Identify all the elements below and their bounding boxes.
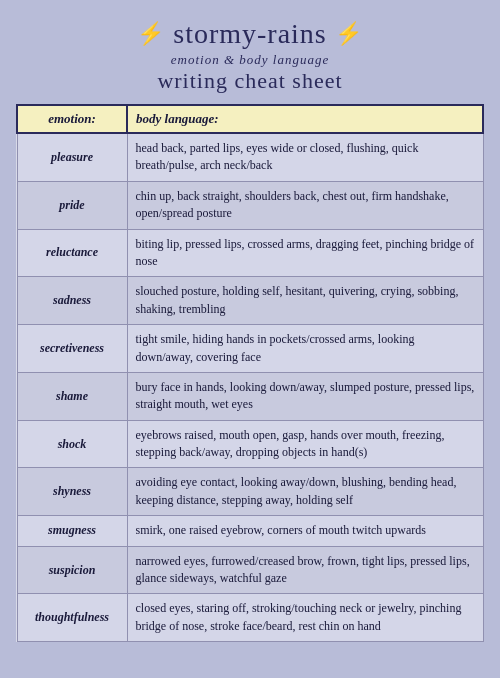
emotion-cell: shyness <box>17 468 127 516</box>
table-row: secretivenesstight smile, hiding hands i… <box>17 325 483 373</box>
body-language-cell: chin up, back straight, shoulders back, … <box>127 181 483 229</box>
header: ⚡ stormy-rains ⚡ emotion & body language… <box>16 10 484 104</box>
table-row: shamebury face in hands, looking down/aw… <box>17 372 483 420</box>
body-language-cell: tight smile, hiding hands in pockets/cro… <box>127 325 483 373</box>
subtitle2: writing cheat sheet <box>16 68 484 94</box>
body-language-header: body language: <box>127 105 483 133</box>
lightning-left-icon: ⚡ <box>137 21 165 47</box>
table-row: reluctancebiting lip, pressed lips, cros… <box>17 229 483 277</box>
emotion-cell: shame <box>17 372 127 420</box>
emotion-cell: pride <box>17 181 127 229</box>
lightning-right-icon: ⚡ <box>335 21 363 47</box>
table-header-row: emotion: body language: <box>17 105 483 133</box>
emotion-cell: shock <box>17 420 127 468</box>
table-row: pleasurehead back, parted lips, eyes wid… <box>17 133 483 181</box>
emotion-cell: thoughtfulness <box>17 594 127 642</box>
emotion-cell: secretiveness <box>17 325 127 373</box>
emotion-cell: smugness <box>17 516 127 546</box>
body-language-cell: narrowed eyes, furrowed/creased brow, fr… <box>127 546 483 594</box>
table-row: smugnesssmirk, one raised eyebrow, corne… <box>17 516 483 546</box>
emotion-cell: pleasure <box>17 133 127 181</box>
emotion-cell: suspicion <box>17 546 127 594</box>
body-language-cell: bury face in hands, looking down/away, s… <box>127 372 483 420</box>
table-row: thoughtfulnessclosed eyes, staring off, … <box>17 594 483 642</box>
body-language-cell: closed eyes, staring off, stroking/touch… <box>127 594 483 642</box>
table-row: shynessavoiding eye contact, looking awa… <box>17 468 483 516</box>
cheat-sheet-table: emotion: body language: pleasurehead bac… <box>16 104 484 642</box>
emotion-cell: reluctance <box>17 229 127 277</box>
table-row: shockeyebrows raised, mouth open, gasp, … <box>17 420 483 468</box>
body-language-cell: eyebrows raised, mouth open, gasp, hands… <box>127 420 483 468</box>
subtitle1: emotion & body language <box>16 52 484 68</box>
main-title: ⚡ stormy-rains ⚡ <box>16 18 484 50</box>
table-row: pridechin up, back straight, shoulders b… <box>17 181 483 229</box>
emotion-header: emotion: <box>17 105 127 133</box>
body-language-cell: avoiding eye contact, looking away/down,… <box>127 468 483 516</box>
emotion-cell: sadness <box>17 277 127 325</box>
body-language-cell: biting lip, pressed lips, crossed arms, … <box>127 229 483 277</box>
body-language-cell: slouched posture, holding self, hesitant… <box>127 277 483 325</box>
table-row: suspicionnarrowed eyes, furrowed/creased… <box>17 546 483 594</box>
body-language-cell: smirk, one raised eyebrow, corners of mo… <box>127 516 483 546</box>
body-language-cell: head back, parted lips, eyes wide or clo… <box>127 133 483 181</box>
title-text: stormy-rains <box>173 18 327 50</box>
table-row: sadnessslouched posture, holding self, h… <box>17 277 483 325</box>
